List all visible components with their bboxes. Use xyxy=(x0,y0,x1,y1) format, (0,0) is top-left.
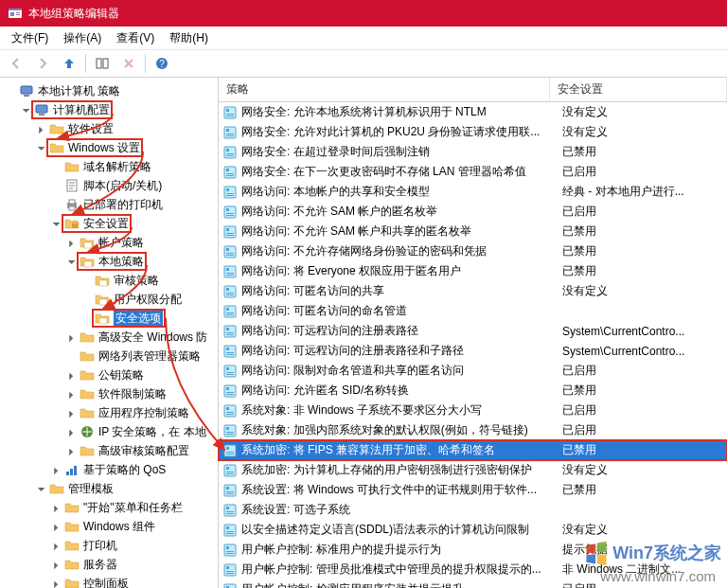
svg-rect-114 xyxy=(226,533,234,534)
policy-row[interactable]: 网络访问: 允许匿名 SID/名称转换已禁用 xyxy=(219,381,727,401)
chevron-right-icon[interactable]: ⏵ xyxy=(49,519,64,534)
policy-row[interactable]: 系统加密: 将 FIPS 兼容算法用于加密、哈希和签名已禁用 xyxy=(219,440,727,460)
menu-view[interactable]: 查看(V) xyxy=(109,28,162,48)
spacer xyxy=(80,292,95,307)
chevron-right-icon[interactable]: ⏵ xyxy=(49,538,64,553)
tree-pane[interactable]: 本地计算机 策略⏷计算机配置⏵软件设置⏷Windows 设置域名解析策略脚本(启… xyxy=(0,78,219,588)
policy-row[interactable]: 网络访问: 可匿名访问的共享没有定义 xyxy=(219,281,727,301)
tree-item[interactable]: ⏵打印机 xyxy=(0,536,218,555)
tree-item[interactable]: ⏵服务器 xyxy=(0,555,218,574)
policy-value: 已启用 xyxy=(562,164,723,180)
column-policy[interactable]: 策略 xyxy=(219,78,550,101)
chevron-down-icon[interactable]: ⏷ xyxy=(64,254,80,269)
policy-row[interactable]: 网络访问: 可远程访问的注册表路径和子路径System\CurrentContr… xyxy=(219,341,727,361)
delete-button[interactable] xyxy=(116,51,141,76)
policy-row[interactable]: 网络安全: 允许本地系统将计算机标识用于 NTLM没有定义 xyxy=(219,102,727,122)
help-button[interactable]: ? xyxy=(150,51,174,76)
policy-row[interactable]: 网络访问: 将 Everyone 权限应用于匿名用户已禁用 xyxy=(219,261,727,281)
tree-item[interactable]: 用户权限分配 xyxy=(0,290,218,309)
chevron-down-icon[interactable]: ⏷ xyxy=(34,481,49,496)
policy-row[interactable]: 网络安全: 在超过登录时间后强制注销已禁用 xyxy=(219,142,727,162)
policy-row[interactable]: 以安全描述符定义语言(SDDL)语法表示的计算机访问限制没有定义 xyxy=(219,520,727,540)
policy-row[interactable]: 系统设置: 可选子系统 xyxy=(219,500,727,520)
chevron-right-icon[interactable]: ⏵ xyxy=(49,462,64,477)
policy-value: 已启用 xyxy=(562,204,723,220)
tree-item[interactable]: ⏵公钥策略 xyxy=(0,365,218,384)
tree-item[interactable]: ⏷安全设置 xyxy=(0,214,218,233)
policy-value: System\CurrentContro... xyxy=(562,345,723,358)
svg-rect-33 xyxy=(226,134,234,134)
svg-rect-94 xyxy=(226,434,234,435)
column-value[interactable]: 安全设置 xyxy=(550,78,727,101)
policy-icon xyxy=(222,344,238,359)
chevron-right-icon[interactable]: ⏵ xyxy=(34,121,49,136)
menu-help[interactable]: 帮助(H) xyxy=(162,28,216,48)
show-hide-tree-button[interactable] xyxy=(90,51,115,76)
tree-item[interactable]: ⏵高级安全 Windows 防 xyxy=(0,328,218,347)
policy-row[interactable]: 系统设置: 将 Windows 可执行文件中的证书规则用于软件...已禁用 xyxy=(219,480,727,500)
policy-row[interactable]: 系统对象: 加强内部系统对象的默认权限(例如，符号链接)已启用 xyxy=(219,420,727,440)
chevron-down-icon[interactable]: ⏷ xyxy=(34,140,49,155)
policy-icon xyxy=(222,185,238,200)
tree-item[interactable]: ⏵高级审核策略配置 xyxy=(0,441,218,460)
menu-action[interactable]: 操作(A) xyxy=(56,28,109,48)
chevron-down-icon[interactable]: ⏷ xyxy=(19,102,34,117)
policy-row[interactable]: 网络安全: 允许对此计算机的 PKU2U 身份验证请求使用联...没有定义 xyxy=(219,122,727,142)
tree-item[interactable]: 审核策略 xyxy=(0,271,218,290)
tree-item[interactable]: ⏷管理模板 xyxy=(0,479,218,498)
tree-item-label: 帐户策略 xyxy=(98,235,144,251)
tree-item[interactable]: 域名解析策略 xyxy=(0,157,218,176)
policy-row[interactable]: 网络访问: 可匿名访问的命名管道 xyxy=(219,301,727,321)
tree-item[interactable]: ⏷本地策略 xyxy=(0,252,218,271)
chevron-right-icon[interactable]: ⏵ xyxy=(64,235,80,250)
policy-row[interactable]: 系统加密: 为计算机上存储的用户密钥强制进行强密钥保护没有定义 xyxy=(219,460,727,480)
policy-name: 网络访问: 不允许 SAM 帐户和共享的匿名枚举 xyxy=(241,223,562,240)
tree-item[interactable]: ⏵应用程序控制策略 xyxy=(0,403,218,422)
tree-item[interactable]: 安全选项 xyxy=(0,309,218,328)
tree-item[interactable]: ⏵软件限制策略 xyxy=(0,384,218,403)
chevron-right-icon[interactable]: ⏵ xyxy=(64,330,80,345)
tree-item[interactable]: 本地计算机 策略 xyxy=(0,81,218,100)
svg-rect-88 xyxy=(226,407,229,410)
nav-forward-button[interactable] xyxy=(30,51,55,76)
chevron-right-icon[interactable]: ⏵ xyxy=(64,424,80,439)
nav-back-button[interactable] xyxy=(4,51,28,76)
chevron-down-icon[interactable]: ⏷ xyxy=(49,216,64,231)
tree-item-label: 用户权限分配 xyxy=(114,292,182,308)
menu-file[interactable]: 文件(F) xyxy=(4,28,56,48)
policy-row[interactable]: 网络访问: 限制对命名管道和共享的匿名访问已启用 xyxy=(219,361,727,381)
tree-item[interactable]: ⏵控制面板 xyxy=(0,574,218,588)
chevron-right-icon[interactable]: ⏵ xyxy=(64,443,80,458)
list-pane[interactable]: 策略 安全设置 网络安全: 允许本地系统将计算机标识用于 NTLM没有定义网络安… xyxy=(219,78,727,588)
policy-row[interactable]: 网络访问: 可远程访问的注册表路径System\CurrentContro... xyxy=(219,321,727,341)
tree-item[interactable]: 已部署的打印机 xyxy=(0,195,218,214)
chevron-right-icon[interactable]: ⏵ xyxy=(49,576,64,588)
chevron-right-icon[interactable]: ⏵ xyxy=(64,367,80,383)
tree-item[interactable]: ⏵软件设置 xyxy=(0,119,218,138)
nav-up-button[interactable] xyxy=(57,51,81,76)
tree-item[interactable]: ⏵"开始"菜单和任务栏 xyxy=(0,498,218,517)
tree-item[interactable]: ⏵基于策略的 QoS xyxy=(0,460,218,479)
chevron-right-icon[interactable]: ⏵ xyxy=(49,557,64,572)
chevron-right-icon[interactable]: ⏵ xyxy=(64,405,80,420)
policy-row[interactable]: 网络访问: 本地帐户的共享和安全模型经典 - 对本地用户进行... xyxy=(219,182,727,202)
policy-row[interactable]: 网络访问: 不允许存储网络身份验证的密码和凭据已禁用 xyxy=(219,241,727,261)
tree-item[interactable]: 网络列表管理器策略 xyxy=(0,347,218,365)
chevron-right-icon[interactable]: ⏵ xyxy=(49,500,64,515)
tree-item[interactable]: ⏷计算机配置 xyxy=(0,100,218,119)
policy-row[interactable]: 系统对象: 非 Windows 子系统不要求区分大小写已启用 xyxy=(219,401,727,420)
policy-row[interactable]: 网络访问: 不允许 SAM 帐户和共享的匿名枚举已禁用 xyxy=(219,222,727,241)
tree-item[interactable]: 脚本(启动/关机) xyxy=(0,176,218,195)
svg-rect-34 xyxy=(226,135,234,136)
tree-item[interactable]: ⏵帐户策略 xyxy=(0,233,218,252)
policy-row[interactable]: 网络安全: 在下一次更改密码时不存储 LAN 管理器哈希值已启用 xyxy=(219,162,727,182)
chevron-right-icon[interactable]: ⏵ xyxy=(64,386,80,401)
svg-rect-56 xyxy=(226,248,229,251)
policy-row[interactable]: 网络访问: 不允许 SAM 帐户的匿名枚举已启用 xyxy=(219,202,727,222)
tree-item[interactable]: ⏵Windows 组件 xyxy=(0,517,218,536)
tree-item[interactable]: ⏵IP 安全策略，在 本地 xyxy=(0,422,218,441)
tree-item-label: 软件设置 xyxy=(68,121,114,137)
svg-rect-55 xyxy=(224,246,236,258)
policy-name: 系统加密: 为计算机上存储的用户密钥强制进行强密钥保护 xyxy=(241,462,562,478)
tree-item[interactable]: ⏷Windows 设置 xyxy=(0,138,218,157)
